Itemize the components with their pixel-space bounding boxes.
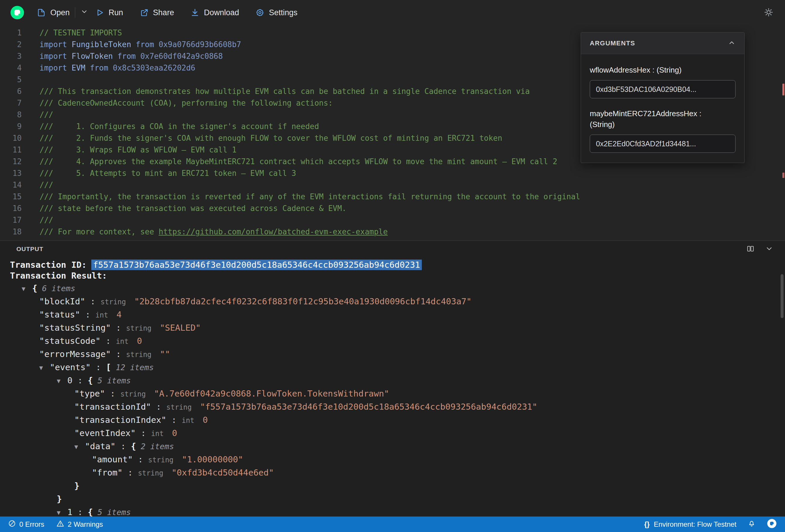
code-text: /// xyxy=(32,179,53,191)
json-key: "eventIndex" xyxy=(74,428,136,438)
line-number: 13 xyxy=(0,168,32,179)
json-key: 1 xyxy=(67,507,72,516)
json-key: 0 xyxy=(67,376,72,385)
line-number: 5 xyxy=(0,74,32,85)
json-separator: : xyxy=(80,310,95,320)
run-button[interactable]: Run xyxy=(96,8,123,17)
wflow-address-input[interactable] xyxy=(590,80,736,98)
chevron-down-icon xyxy=(765,245,773,254)
code-token: from xyxy=(136,40,154,49)
json-items-count: 12 items xyxy=(116,363,154,372)
json-separator: : xyxy=(111,349,126,359)
download-label: Download xyxy=(204,8,239,17)
expand-arrow-icon[interactable]: ▼ xyxy=(57,506,67,517)
environment-label: Environment: Flow Testnet xyxy=(654,520,736,529)
json-separator: : xyxy=(166,415,181,425)
warning-marker xyxy=(782,84,784,95)
code-editor[interactable]: 1// TESTNET IMPORTS2import FungibleToken… xyxy=(0,25,785,240)
flow-logo-icon xyxy=(10,6,24,19)
code-token: /// 4. Approves the example MaybeMintERC… xyxy=(40,157,557,166)
json-tree-row: "type" : string "A.7e60df042a9c0868.Flow… xyxy=(10,387,785,400)
code-link[interactable]: https://github.com/onflow/batched-evm-ex… xyxy=(159,227,388,236)
output-scrollbar[interactable] xyxy=(781,274,784,318)
json-value: "1.00000000" xyxy=(182,454,243,464)
json-tree-row: "from" : string "0xfd3b4cd50d44e6ed" xyxy=(10,466,785,479)
expand-arrow-icon[interactable]: ▼ xyxy=(39,361,50,375)
code-token: from xyxy=(90,64,108,72)
code-text: // TESTNET IMPORTS xyxy=(32,27,122,39)
announcements-icon[interactable] xyxy=(748,520,756,529)
json-type-label: int xyxy=(116,337,133,346)
line-number: 9 xyxy=(0,121,32,132)
json-type-label: int xyxy=(95,311,112,319)
json-brace: { xyxy=(131,441,136,451)
collapse-output-button[interactable] xyxy=(765,245,773,254)
braces-icon: {} xyxy=(644,520,650,529)
json-value: 0 xyxy=(172,428,177,438)
json-tree-row: ▼1 : {5 items xyxy=(10,506,785,516)
arguments-collapse-button[interactable] xyxy=(728,39,736,47)
transaction-id-line: Transaction ID:f557a1573b76aa53e73d46f3e… xyxy=(10,259,785,270)
json-tree-row: "blockId" : string "2b28cbfb87da2cfec4f0… xyxy=(10,295,785,308)
flow-logo[interactable] xyxy=(10,6,24,19)
code-text: import EVM from 0x8c5303eaa26202d6 xyxy=(32,62,195,74)
code-text: /// 2. Funds the signer's COA with enoug… xyxy=(32,132,502,144)
maybe-mint-address-input[interactable] xyxy=(590,135,736,153)
expand-arrow-icon[interactable]: ▼ xyxy=(22,282,32,296)
code-text: /// Importantly, the transaction is reve… xyxy=(32,191,580,203)
json-type-label: string xyxy=(120,390,150,398)
environment-indicator[interactable]: {} Environment: Flow Testnet xyxy=(644,520,736,529)
gear-icon xyxy=(255,8,264,17)
line-number: 15 xyxy=(0,191,32,203)
code-token: /// 1. Configures a COA in the signer's … xyxy=(40,122,319,131)
arguments-panel-header: ARGUMENTS xyxy=(581,32,744,54)
code-token xyxy=(85,64,90,72)
json-value: "SEALED" xyxy=(160,323,201,333)
code-token: /// This transaction demonstrates how mu… xyxy=(40,87,530,96)
code-token xyxy=(67,40,72,49)
errors-label: 0 Errors xyxy=(19,520,44,529)
json-separator: : xyxy=(91,362,106,372)
line-number: 14 xyxy=(0,179,32,191)
json-value: "2b28cbfb87da2cfec4f0232c6f883f0f12c95b3… xyxy=(134,297,472,306)
json-items-count: 5 items xyxy=(98,508,131,516)
code-token xyxy=(154,40,159,49)
transaction-id-value: f557a1573b76aa53e73d46f3e10d200d5c18a653… xyxy=(91,259,422,270)
errors-indicator[interactable]: 0 Errors xyxy=(8,520,44,529)
json-separator: : xyxy=(133,454,148,464)
open-dropdown-button[interactable] xyxy=(80,8,88,18)
open-button[interactable]: Open xyxy=(37,8,70,17)
json-value: "" xyxy=(160,349,170,359)
code-token xyxy=(67,52,72,60)
settings-label: Settings xyxy=(269,8,298,17)
json-type-label: string xyxy=(148,456,178,464)
settings-button[interactable]: Settings xyxy=(255,8,298,17)
json-value: 0 xyxy=(203,415,207,425)
code-token: /// 3. Wraps FLOW as WFLOW — EVM call 1 xyxy=(40,146,236,154)
json-tree-row: "status" : int 4 xyxy=(10,308,785,321)
code-token: /// 5. Attempts to mint an ERC721 token … xyxy=(40,169,296,178)
output-body: Transaction ID:f557a1573b76aa53e73d46f3e… xyxy=(0,257,785,516)
output-title: OUTPUT xyxy=(17,246,43,253)
json-key: "from" xyxy=(92,467,123,478)
code-text xyxy=(32,74,40,85)
code-token: /// xyxy=(40,181,53,189)
flow-status-icon[interactable] xyxy=(767,518,777,530)
code-token: EVM xyxy=(72,64,85,72)
theme-toggle-button[interactable] xyxy=(764,8,773,18)
expand-arrow-icon[interactable]: ▼ xyxy=(74,440,85,454)
code-token: /// xyxy=(40,110,53,119)
json-key: "transactionId" xyxy=(74,402,151,412)
code-token: import xyxy=(40,52,67,60)
split-panel-button[interactable] xyxy=(746,245,755,254)
expand-arrow-icon[interactable]: ▼ xyxy=(57,375,67,388)
json-key: "events" xyxy=(50,362,91,372)
code-text: /// state before the transaction was exe… xyxy=(32,203,347,214)
line-number: 18 xyxy=(0,226,32,237)
json-tree-row: "statusCode" : int 0 xyxy=(10,334,785,348)
download-button[interactable]: Download xyxy=(191,8,239,17)
warnings-indicator[interactable]: 2 Warnings xyxy=(56,520,103,529)
share-button[interactable]: Share xyxy=(140,8,174,17)
json-brace: } xyxy=(57,494,62,504)
code-token xyxy=(113,52,117,60)
